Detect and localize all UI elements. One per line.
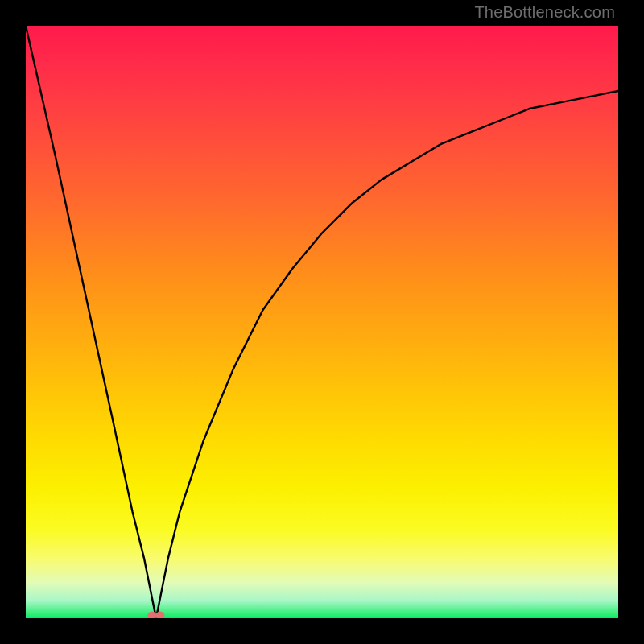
bottleneck-curve	[26, 26, 618, 618]
curve-svg	[26, 26, 618, 618]
watermark-text: TheBottleneck.com	[474, 3, 615, 22]
bottleneck-chart: TheBottleneck.com	[0, 0, 644, 644]
minimum-marker	[147, 612, 164, 619]
plot-area	[26, 26, 618, 618]
